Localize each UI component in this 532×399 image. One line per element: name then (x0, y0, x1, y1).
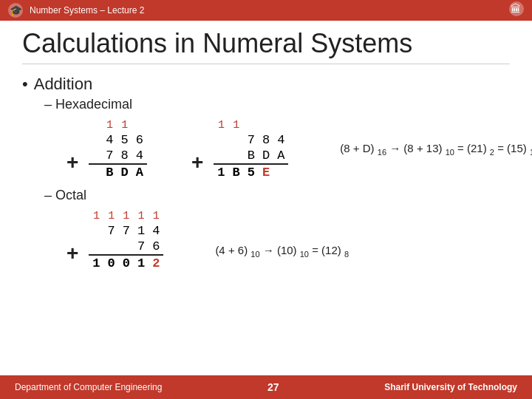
octal-formula: (4 + 6) 10 → (10) 10 = (12) 8 (215, 244, 349, 259)
bullet-dot: • (22, 75, 28, 94)
header-bar: 🎓 Number Systems – Lecture 2 🏛 (0, 0, 532, 21)
main-content: Calculations in Numeral Systems • Additi… (0, 21, 532, 279)
hex-table-2: 11 784 BDA 1B5E (214, 118, 288, 180)
hex-table-1: 11 456 784 BDA (89, 118, 147, 180)
octal-arithmetic-section: + 1 1 1 1 1 7 7 1 4 (66, 209, 510, 271)
octal-block: + 1 1 1 1 1 7 7 1 4 (66, 209, 163, 271)
footer-center: 27 (267, 381, 279, 393)
sub-hexadecimal: – Hexadecimal (44, 97, 510, 112)
octal-table: 1 1 1 1 1 7 7 1 4 7 (89, 209, 163, 271)
hex-arithmetic-section: + 11 456 784 BDA + 11 (66, 118, 510, 180)
header-logo: 🎓 (7, 2, 24, 18)
footer: Department of Computer Engineering 27 Sh… (0, 375, 532, 399)
footer-left: Department of Computer Engineering (15, 382, 162, 392)
footer-right: Sharif University of Technology (384, 382, 517, 392)
hex-formula: (8 + D) 16 → (8 + 13) 10 = (21) 2 = (15)… (340, 142, 532, 157)
bullet-label: Addition (34, 75, 93, 94)
plus-sign-octal: + (66, 242, 78, 265)
hex-block-2: + 11 784 BDA 1B5E (191, 118, 288, 180)
sub-octal: – Octal (44, 188, 510, 203)
svg-text:🎓: 🎓 (10, 4, 23, 17)
hex-block-1: + 11 456 784 BDA (66, 118, 147, 180)
plus-sign-2: + (191, 151, 203, 174)
header-right-logo: 🏛 (508, 1, 525, 20)
page-title: Calculations in Numeral Systems (22, 28, 510, 64)
svg-text:🏛: 🏛 (511, 3, 521, 15)
bullet-addition: • Addition (22, 75, 510, 94)
header-title: Number Systems – Lecture 2 (30, 5, 502, 16)
plus-sign-1: + (66, 151, 78, 174)
